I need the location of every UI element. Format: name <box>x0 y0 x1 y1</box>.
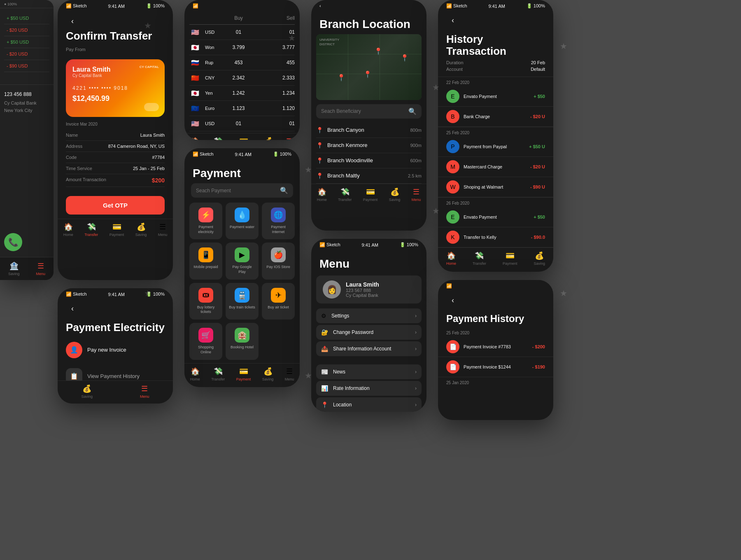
nav-saving-confirm[interactable]: 💰 Saving <box>135 222 147 237</box>
back-button-confirm[interactable]: ‹ <box>66 14 79 28</box>
currency-row-6: 🇺🇸 USD 01 01 <box>189 116 295 131</box>
branch-item-0[interactable]: 📍 Branch Canyon 800m <box>316 123 422 138</box>
payment-item-mobile[interactable]: 📱 Mobile prepaid <box>189 243 222 279</box>
get-otp-button[interactable]: Get OTP <box>66 196 165 215</box>
nav-home-branch[interactable]: 🏠Home <box>317 187 327 202</box>
nav-saving-elec[interactable]: 💰Saving <box>81 384 93 399</box>
battery-confirm: 🔋 100% <box>146 3 165 9</box>
menu-item-rate[interactable]: 📊 Rate Information › <box>316 381 422 396</box>
location-icon: 📍 <box>321 401 328 408</box>
payment-search-bar[interactable]: 🔍 <box>191 183 293 198</box>
payment-item-google[interactable]: ▶ Pay Google Play <box>226 243 259 279</box>
electricity-label: Payment electricity <box>193 225 219 234</box>
pay-history-title: Payment History <box>438 308 553 327</box>
tx-amount-2: - $20 USD <box>7 28 28 33</box>
walmart-logo: W <box>446 180 459 194</box>
payment-item-train[interactable]: 🚆 Buy train tickets <box>226 283 259 320</box>
nav-menu-confirm[interactable]: ☰ Menu <box>158 222 168 237</box>
nav-payment-branch[interactable]: 💳Payment <box>363 187 378 202</box>
invoice-row-address: Address 874 Cameron Road, NY, US <box>66 141 165 152</box>
invoice-row-name: Name Laura Smith <box>66 130 165 141</box>
user-bank: Cy Capital Bank <box>346 293 379 298</box>
payment-item-water[interactable]: 💧 Payment water <box>226 203 259 239</box>
currency-row-3: 🇨🇳 CNY 2.342 2.333 <box>189 70 295 86</box>
branch-search-bar[interactable]: 🔍 <box>316 104 422 119</box>
branch-search-input[interactable] <box>321 108 408 114</box>
envato-name: Envato Payment <box>464 94 529 99</box>
nav-payment-pay[interactable]: 💳Payment <box>236 367 251 381</box>
payment-item-electricity[interactable]: ⚡ Payment electricity <box>189 203 222 239</box>
branch-item-1[interactable]: 📍 Branch Kenmore 900m <box>316 138 422 153</box>
payment-item-apple[interactable]: 🍎 Pay IOS Store <box>262 243 295 279</box>
menu-item-share[interactable]: 📤 Share Information Account › <box>316 341 422 356</box>
back-button-history[interactable]: ‹ <box>446 14 459 27</box>
nav-transfer-history[interactable]: 💸Transfer <box>473 251 486 266</box>
nav-home-currency[interactable]: 🏠Home <box>190 137 200 140</box>
nav-menu-branch[interactable]: ☰Menu <box>412 187 421 202</box>
back-button-pay-history[interactable]: ‹ <box>446 294 459 307</box>
payment-item-hotel[interactable]: 🏨 Booking Hotel <box>226 323 259 359</box>
sidebar-tx-1: + $50 USD <box>4 12 49 24</box>
time-confirm: 9:41 AM <box>108 4 125 9</box>
sidebar-bottom-nav: 🏦 Saving ☰ Menu <box>0 257 54 280</box>
payment-item-shop[interactable]: 🛒 Shopping Online <box>189 323 222 359</box>
status-bar-payment: 📶 Sketch 9:41 AM 🔋 100% <box>184 148 300 160</box>
confirm-header: Confirm Transfer Pay From <box>58 30 173 59</box>
user-avatar: 👩 <box>323 280 341 299</box>
payment-card: CY CAPITAL Laura Smith Cy Capital Bank 4… <box>66 59 165 117</box>
walmart-name: Shoping at Walmart <box>464 184 526 189</box>
nav-menu-pay[interactable]: ☰Menu <box>285 367 294 381</box>
air-label: Buy air ticket <box>268 305 289 310</box>
nav-saving[interactable]: 🏦 Saving <box>8 261 20 276</box>
payment-item-air[interactable]: ✈ Buy air ticket <box>262 283 295 320</box>
tx-amount-1: + $50 USD <box>7 16 29 21</box>
nav-menu-elec[interactable]: ☰Menu <box>140 384 149 399</box>
walmart-amount: - $90 U <box>530 184 545 189</box>
envato-amount: + $50 <box>534 94 545 99</box>
nav-transfer-confirm[interactable]: 💸 Transfer <box>84 222 98 237</box>
pay-new-invoice-action[interactable]: 👤 Pay new Invoice <box>58 337 173 363</box>
nav-transfer-pay[interactable]: 💸Transfer <box>211 367 225 381</box>
branch-dist-2: 600m <box>410 158 422 163</box>
nav-saving-pay[interactable]: 💰Saving <box>262 367 274 381</box>
nav-home-confirm[interactable]: 🏠 Home <box>63 222 73 237</box>
nav-home-history[interactable]: 🏠 Home <box>446 251 456 266</box>
nav-saving-currency[interactable]: 💰Saving <box>262 137 274 140</box>
payment-search-input[interactable] <box>196 188 280 194</box>
payment-item-internet[interactable]: 🌐 Payment Internet <box>262 203 295 239</box>
branch-pin-0: 📍 <box>316 127 323 133</box>
nav-transfer-currency[interactable]: 💸Transfer <box>211 137 225 140</box>
water-label: Payment water <box>230 225 254 230</box>
location-arrow-icon: › <box>415 402 417 408</box>
phone-payment: 📶 Sketch 9:41 AM 🔋 100% Payment 🔍 ⚡ Paym… <box>184 148 300 387</box>
menu-item-settings[interactable]: ⚙ Settings › <box>316 308 422 323</box>
pay-history-item-1: 📄 Payment Invoice $1244 - $190 <box>438 357 553 377</box>
back-button-elec[interactable]: ‹ <box>66 302 79 315</box>
payment-item-lottery[interactable]: 🎟 Buy lottery tickets <box>189 283 222 320</box>
nav-transfer-branch[interactable]: 💸Transfer <box>338 187 352 202</box>
apple-label: Pay IOS Store <box>266 265 290 270</box>
invoice-row-code: Code #7784 <box>66 152 165 163</box>
nav-payment-history[interactable]: 💳Payment <box>503 251 517 266</box>
nav-menu-currency[interactable]: ☰Menu <box>285 137 294 140</box>
nav-payment-currency[interactable]: 💳Payment <box>236 137 251 140</box>
card-toggle[interactable] <box>144 103 159 111</box>
nav-saving-branch[interactable]: 💰Saving <box>389 187 401 202</box>
carrier-currency: 📶 <box>193 3 198 9</box>
nav-menu[interactable]: ☰ Menu <box>36 261 45 276</box>
nav-payment-confirm[interactable]: 💳 Payment <box>110 222 124 237</box>
lottery-label: Buy lottery tickets <box>193 305 219 315</box>
menu-item-password[interactable]: 🔐 Change Password › <box>316 325 422 340</box>
kelly-name: Transfer to Kelly <box>464 235 527 240</box>
confirm-title: Confirm Transfer <box>66 30 165 42</box>
menu-item-location[interactable]: 📍 Location › <box>316 397 422 412</box>
google-label: Pay Google Play <box>229 265 255 274</box>
nav-saving-history[interactable]: 💰Saving <box>534 251 545 266</box>
branch-item-3[interactable]: 📍 Branch Maltly 2.5 km <box>316 168 422 184</box>
card-number: 4221 •••• •••• 9018 <box>72 85 158 91</box>
branch-item-2[interactable]: 📍 Branch Woodinville 600m <box>316 153 422 168</box>
pay-history-date-25: 25 Feb 2020 <box>438 327 553 337</box>
menu-item-news[interactable]: 📰 News › <box>316 364 422 379</box>
nav-home-pay[interactable]: 🏠Home <box>190 367 200 381</box>
floating-chat-button[interactable]: 📞 <box>4 233 22 251</box>
